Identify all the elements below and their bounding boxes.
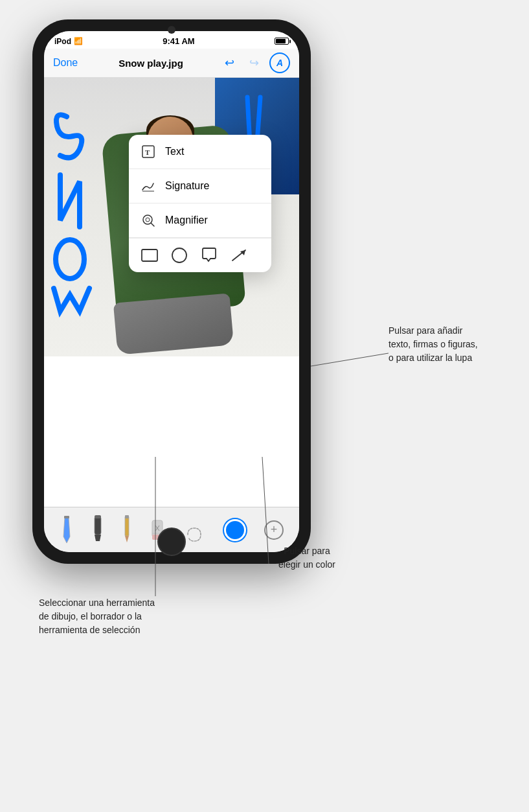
svg-rect-13 bbox=[64, 516, 69, 518]
svg-rect-14 bbox=[95, 516, 101, 535]
menu-item-magnifier[interactable]: Magnifier bbox=[129, 203, 271, 238]
annotation-right: Pulsar para añadirtexto, firmas o figura… bbox=[388, 324, 478, 365]
svg-point-8 bbox=[146, 218, 150, 222]
done-button[interactable]: Done bbox=[53, 57, 82, 69]
svg-line-9 bbox=[151, 223, 154, 226]
svg-point-11 bbox=[172, 248, 186, 262]
text-icon: T bbox=[139, 143, 157, 161]
menu-item-text[interactable]: T Text bbox=[129, 135, 271, 169]
toolbar-actions: ↩ ↪ A bbox=[220, 52, 290, 73]
magnifier-label: Magnifier bbox=[165, 215, 208, 226]
status-time: 9:41 AM bbox=[163, 36, 194, 46]
carrier-label: iPod bbox=[54, 37, 71, 46]
popup-menu: T Text Signature bbox=[129, 135, 271, 272]
device-screen: iPod 📶 9:41 AM Done Snow play.jpg ↩ ↪ bbox=[44, 31, 299, 552]
svg-point-0 bbox=[56, 240, 84, 279]
auto-button[interactable]: A bbox=[269, 52, 290, 73]
annotation-bottom-right: Pulsar paraelegir un color bbox=[278, 544, 335, 572]
signature-icon bbox=[139, 177, 157, 195]
magnifier-icon bbox=[139, 211, 157, 229]
redo-button[interactable]: ↪ bbox=[245, 54, 263, 72]
pencil-tool[interactable] bbox=[122, 514, 132, 546]
screen-content: iPod 📶 9:41 AM Done Snow play.jpg ↩ ↪ bbox=[44, 31, 299, 552]
svg-rect-15 bbox=[95, 515, 101, 518]
shape-circle[interactable] bbox=[169, 245, 190, 266]
add-button[interactable]: + bbox=[264, 520, 284, 540]
photo-area: T Text Signature bbox=[44, 78, 299, 356]
svg-rect-10 bbox=[142, 249, 157, 261]
menu-item-signature[interactable]: Signature bbox=[129, 169, 271, 203]
toolbar: Done Snow play.jpg ↩ ↪ A bbox=[44, 49, 299, 78]
file-title: Snow play.jpg bbox=[87, 58, 215, 69]
device-shell: iPod 📶 9:41 AM Done Snow play.jpg ↩ ↪ bbox=[32, 19, 311, 564]
lasso-tool[interactable] bbox=[183, 514, 206, 546]
device-camera bbox=[168, 26, 175, 34]
marker-tool[interactable] bbox=[92, 514, 104, 546]
battery-fill bbox=[276, 39, 286, 43]
svg-rect-16 bbox=[125, 516, 129, 536]
svg-line-23 bbox=[311, 353, 388, 366]
pen-tool[interactable] bbox=[60, 514, 74, 546]
color-picker-button[interactable] bbox=[224, 519, 246, 541]
shape-rectangle[interactable] bbox=[139, 245, 160, 266]
status-bar: iPod 📶 9:41 AM bbox=[44, 31, 299, 49]
auto-label: A bbox=[276, 58, 283, 68]
home-button[interactable] bbox=[157, 528, 186, 556]
shapes-row bbox=[129, 238, 271, 272]
text-label: Text bbox=[165, 146, 184, 157]
undo-button[interactable]: ↩ bbox=[220, 54, 238, 72]
svg-text:T: T bbox=[145, 148, 150, 156]
annotation-bottom-left: Seleccionar una herramientade dibujo, el… bbox=[39, 596, 155, 637]
wifi-icon: 📶 bbox=[74, 37, 83, 45]
battery-icon bbox=[275, 38, 289, 45]
signature-label: Signature bbox=[165, 180, 210, 192]
shape-bubble[interactable] bbox=[199, 245, 219, 266]
shape-arrow[interactable] bbox=[229, 245, 249, 266]
status-right bbox=[275, 38, 289, 45]
status-left: iPod 📶 bbox=[54, 37, 83, 46]
svg-rect-17 bbox=[125, 515, 129, 518]
